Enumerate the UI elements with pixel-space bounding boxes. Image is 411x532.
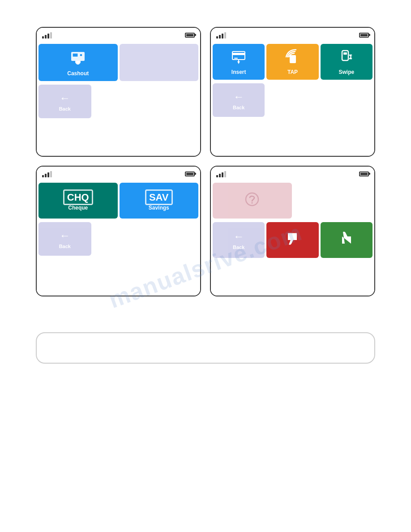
- tap-icon: [284, 49, 300, 67]
- back-row-2: ← Back: [211, 82, 374, 119]
- screen-feedback: ← Back: [210, 166, 375, 296]
- svg-point-16: [246, 193, 258, 206]
- svg-rect-4: [75, 61, 81, 63]
- thumbs-up-button[interactable]: [321, 222, 372, 258]
- empty-area-5: [294, 183, 373, 219]
- screen-content-3: [37, 257, 200, 296]
- cashout-button[interactable]: Cashout: [39, 44, 118, 81]
- signal-icon-3: [42, 170, 52, 177]
- back-label-4: Back: [233, 245, 244, 250]
- tap-button[interactable]: TAP: [266, 44, 318, 80]
- battery-icon-2: [359, 33, 369, 38]
- back-arrow-icon-4: ←: [233, 230, 244, 243]
- swipe-icon: [338, 49, 355, 67]
- cashout-label: Cashout: [67, 70, 89, 77]
- empty-area-3: [321, 83, 372, 117]
- svg-rect-11: [290, 55, 296, 63]
- back-button-1[interactable]: ← Back: [39, 85, 91, 118]
- empty-area-2: [266, 83, 318, 117]
- battery-icon-3: [185, 172, 195, 176]
- battery-icon-4: [359, 172, 369, 176]
- bottom-bar: [36, 332, 375, 364]
- svg-marker-9: [237, 61, 240, 64]
- empty-area-4: [93, 222, 198, 256]
- insert-icon: [231, 49, 247, 67]
- question-icon: [243, 190, 261, 211]
- screen-header-4: [211, 167, 374, 181]
- back-label-3: Back: [59, 244, 71, 249]
- placeholder-1: [120, 44, 199, 81]
- svg-rect-8: [234, 58, 238, 59]
- screen-payment: Insert TAP: [210, 27, 375, 157]
- sav-icon: SAV: [145, 190, 173, 203]
- signal-icon-2: [216, 31, 226, 39]
- question-button[interactable]: [213, 183, 292, 219]
- back-button-2[interactable]: ← Back: [213, 83, 265, 117]
- cheque-button[interactable]: CHQ Cheque: [39, 183, 118, 219]
- atm-icon: [69, 48, 87, 69]
- back-arrow-icon-2: ←: [233, 90, 244, 103]
- insert-label: Insert: [231, 69, 246, 75]
- svg-rect-1: [73, 53, 78, 57]
- screen-content-2: [211, 119, 374, 156]
- screen-cashout: Cashout ← Back: [36, 27, 201, 157]
- back-row-4: ← Back: [211, 220, 374, 260]
- back-row-3: ← Back: [37, 220, 200, 257]
- svg-marker-5: [75, 63, 81, 64]
- back-button-4[interactable]: ← Back: [213, 222, 265, 258]
- battery-icon-1: [185, 33, 195, 38]
- swipe-label: Swipe: [338, 69, 354, 75]
- back-arrow-icon-3: ←: [60, 229, 70, 242]
- page-container: Cashout ← Back: [0, 0, 411, 323]
- back-button-3[interactable]: ← Back: [39, 222, 91, 256]
- empty-area-1: [93, 85, 198, 118]
- svg-point-17: [252, 202, 253, 203]
- signal-icon-1: [42, 31, 52, 39]
- thumbs-up-icon: [338, 230, 355, 249]
- screen-content-4: [211, 260, 374, 296]
- savings-label: Savings: [149, 205, 169, 211]
- buttons-row1-cashout: Cashout: [37, 42, 200, 83]
- buttons-row1-account: CHQ Cheque SAV Savings: [37, 181, 200, 220]
- back-label-1: Back: [59, 106, 71, 112]
- svg-rect-13: [343, 52, 347, 55]
- svg-rect-7: [232, 53, 245, 55]
- savings-button[interactable]: SAV Savings: [120, 183, 199, 219]
- back-arrow-icon-1: ←: [60, 92, 70, 104]
- tap-label: TAP: [287, 69, 298, 75]
- back-row-1: ← Back: [37, 83, 200, 120]
- buttons-row1-payment: Insert TAP: [211, 42, 374, 82]
- swipe-button[interactable]: Swipe: [321, 44, 372, 80]
- back-label-2: Back: [233, 105, 244, 110]
- screen-content-1: [37, 120, 200, 156]
- cheque-label: Cheque: [68, 205, 88, 211]
- screen-account: CHQ Cheque SAV Savings ← Back: [36, 166, 201, 296]
- insert-button[interactable]: Insert: [213, 44, 265, 80]
- screen-header-1: [37, 28, 200, 42]
- chq-icon: CHQ: [63, 190, 93, 203]
- thumbs-down-button[interactable]: [266, 222, 318, 258]
- svg-rect-12: [342, 51, 348, 60]
- screen-header-2: [211, 28, 374, 42]
- screen-header-3: [37, 167, 200, 181]
- buttons-row1-feedback: [211, 181, 374, 220]
- thumbs-down-icon: [284, 230, 300, 249]
- signal-icon-4: [216, 170, 226, 177]
- svg-point-3: [80, 54, 82, 56]
